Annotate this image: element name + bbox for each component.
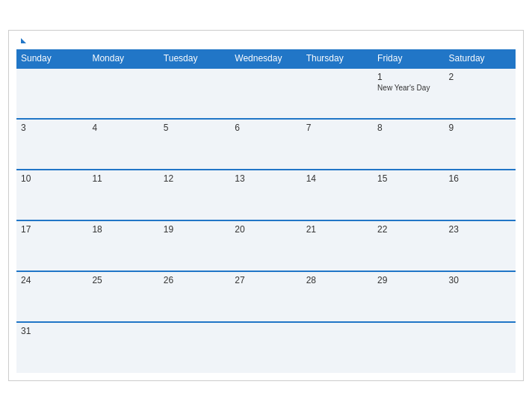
calendar-cell: 7 [302, 119, 373, 170]
calendar-week-row: 3456789 [16, 119, 516, 170]
calendar-cell: 28 [302, 271, 373, 322]
calendar-cell [16, 68, 87, 119]
calendar-cell: 14 [302, 170, 373, 220]
day-number: 1 [377, 72, 439, 82]
calendar-container: SundayMondayTuesdayWednesdayThursdayFrid… [8, 30, 524, 381]
calendar-cell [230, 322, 301, 373]
day-number: 16 [449, 173, 511, 184]
calendar-header [16, 38, 516, 43]
calendar-cell: 13 [230, 170, 301, 220]
calendar-week-row: 10111213141516 [16, 170, 516, 220]
calendar-week-row: 1New Year's Day2 [16, 68, 516, 119]
calendar-cell: 15 [373, 170, 444, 220]
calendar-cell [159, 322, 230, 373]
calendar-cell: 5 [159, 119, 230, 170]
calendar-cell: 26 [159, 271, 230, 322]
day-number: 2 [449, 72, 511, 82]
calendar-cell: 18 [87, 220, 158, 271]
day-number: 9 [449, 123, 511, 133]
calendar-cell: 21 [302, 220, 373, 271]
calendar-week-row: 17181920212223 [16, 220, 516, 271]
day-number: 3 [21, 123, 83, 133]
calendar-cell [445, 322, 516, 373]
calendar-cell: 3 [16, 119, 87, 170]
weekday-header-thursday: Thursday [302, 49, 373, 68]
day-number: 4 [92, 123, 154, 133]
day-number: 12 [164, 173, 226, 184]
day-number: 18 [92, 224, 154, 235]
calendar-cell: 25 [87, 271, 158, 322]
day-number: 11 [92, 173, 154, 184]
day-number: 20 [235, 224, 297, 235]
calendar-cell: 2 [445, 68, 516, 119]
weekday-header-monday: Monday [87, 49, 158, 68]
calendar-cell: 17 [16, 220, 87, 271]
weekday-header-tuesday: Tuesday [159, 49, 230, 68]
day-number: 21 [306, 224, 368, 235]
calendar-cell: 1New Year's Day [373, 68, 444, 119]
day-number: 10 [21, 173, 83, 184]
calendar-week-row: 24252627282930 [16, 271, 516, 322]
day-number: 26 [164, 275, 226, 285]
calendar-week-row: 31 [16, 322, 516, 373]
weekday-header-saturday: Saturday [445, 49, 516, 68]
calendar-cell: 4 [87, 119, 158, 170]
calendar-cell [373, 322, 444, 373]
calendar-cell: 23 [445, 220, 516, 271]
day-number: 30 [449, 275, 511, 285]
weekday-header-wednesday: Wednesday [230, 49, 301, 68]
day-number: 15 [377, 173, 439, 184]
day-number: 28 [306, 275, 368, 285]
day-number: 14 [306, 173, 368, 184]
calendar-cell [87, 68, 158, 119]
calendar-cell: 27 [230, 271, 301, 322]
calendar-cell: 9 [445, 119, 516, 170]
calendar-cell: 29 [373, 271, 444, 322]
calendar-table: SundayMondayTuesdayWednesdayThursdayFrid… [16, 49, 516, 373]
logo [19, 38, 26, 43]
day-number: 8 [377, 123, 439, 133]
day-number: 17 [21, 224, 83, 235]
day-number: 29 [377, 275, 439, 285]
day-number: 24 [21, 275, 83, 285]
calendar-cell: 19 [159, 220, 230, 271]
calendar-cell: 30 [445, 271, 516, 322]
day-number: 13 [235, 173, 297, 184]
weekday-header-sunday: Sunday [16, 49, 87, 68]
calendar-cell: 31 [16, 322, 87, 373]
calendar-cell: 10 [16, 170, 87, 220]
weekday-header-friday: Friday [373, 49, 444, 68]
day-number: 19 [164, 224, 226, 235]
day-number: 7 [306, 123, 368, 133]
calendar-cell [230, 68, 301, 119]
calendar-cell: 6 [230, 119, 301, 170]
calendar-cell: 12 [159, 170, 230, 220]
logo-blue-text [19, 38, 26, 43]
calendar-cell [87, 322, 158, 373]
calendar-cell [159, 68, 230, 119]
calendar-cell: 20 [230, 220, 301, 271]
weekday-header-row: SundayMondayTuesdayWednesdayThursdayFrid… [16, 49, 516, 68]
calendar-cell: 24 [16, 271, 87, 322]
calendar-cell: 16 [445, 170, 516, 220]
calendar-cell: 22 [373, 220, 444, 271]
day-number: 5 [164, 123, 226, 133]
holiday-label: New Year's Day [377, 84, 439, 92]
day-number: 23 [449, 224, 511, 235]
calendar-cell: 8 [373, 119, 444, 170]
day-number: 31 [21, 326, 83, 336]
calendar-cell [302, 322, 373, 373]
calendar-cell: 11 [87, 170, 158, 220]
day-number: 22 [377, 224, 439, 235]
day-number: 6 [235, 123, 297, 133]
day-number: 27 [235, 275, 297, 285]
logo-triangle-icon [21, 38, 26, 43]
day-number: 25 [92, 275, 154, 285]
calendar-cell [302, 68, 373, 119]
